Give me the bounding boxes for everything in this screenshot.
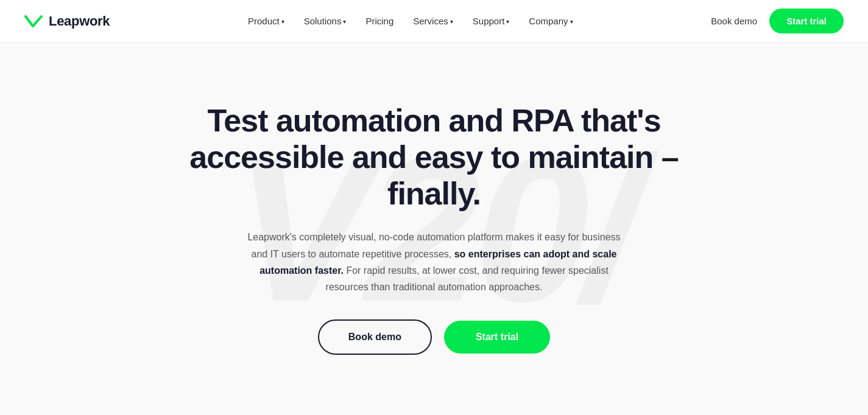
nav-start-trial-button[interactable]: Start trial	[769, 9, 844, 33]
chevron-down-icon: ▾	[343, 18, 346, 25]
hero-subtext: Leapwork's completely visual, no-code au…	[239, 229, 629, 295]
hero-start-trial-button[interactable]: Start trial	[444, 321, 550, 354]
nav-item-company[interactable]: Company ▾	[529, 16, 573, 26]
hero-section: V20/ Test automation and RPA that's acce…	[0, 43, 868, 415]
logo-icon	[24, 14, 44, 29]
nav-item-solutions[interactable]: Solutions ▾	[304, 16, 347, 26]
logo-text: Leapwork	[49, 13, 110, 29]
logo-link[interactable]: Leapwork	[24, 13, 110, 29]
nav-item-pricing[interactable]: Pricing	[365, 16, 393, 26]
navigation: Leapwork Product ▾ Solutions ▾ Pricing S…	[0, 0, 868, 43]
hero-headline: Test automation and RPA that's accessibl…	[185, 103, 684, 212]
chevron-down-icon: ▾	[570, 18, 573, 25]
nav-item-product[interactable]: Product ▾	[248, 16, 284, 26]
hero-content: Test automation and RPA that's accessibl…	[172, 66, 696, 391]
chevron-down-icon: ▾	[506, 18, 509, 25]
nav-item-support[interactable]: Support ▾	[473, 16, 510, 26]
nav-book-demo-link[interactable]: Book demo	[711, 16, 757, 26]
chevron-down-icon: ▾	[450, 18, 453, 25]
nav-item-services[interactable]: Services ▾	[413, 16, 453, 26]
hero-book-demo-button[interactable]: Book demo	[318, 319, 432, 355]
hero-buttons: Book demo Start trial	[185, 319, 684, 355]
nav-actions: Book demo Start trial	[711, 9, 844, 33]
nav-links: Product ▾ Solutions ▾ Pricing Services ▾…	[248, 16, 573, 26]
chevron-down-icon: ▾	[281, 18, 284, 25]
